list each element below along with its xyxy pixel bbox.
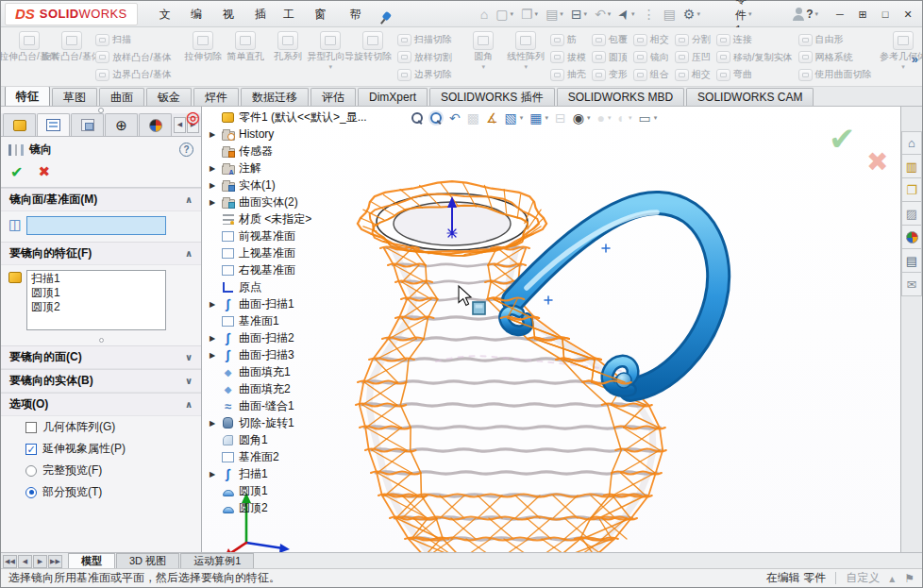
minimize-button[interactable]: ─ (830, 5, 850, 24)
section-header-faces[interactable]: 要镜向的面(C) ∨ (1, 345, 201, 369)
home-icon[interactable]: ⌂ (478, 6, 491, 23)
forum-icon[interactable]: ✉ (901, 273, 922, 296)
rebuild-icon[interactable]: ⋮ (640, 6, 659, 23)
menu-item[interactable]: 工具(T) (275, 4, 306, 25)
tab-SOLIDWORKS MBD[interactable]: SOLIDWORKS MBD (557, 88, 684, 106)
customize-label[interactable]: 自定义 (846, 570, 880, 586)
tab-scroll-left-icon[interactable]: ◀ (174, 117, 186, 133)
ribbon-small-button[interactable]: 放样凸台/基体 (95, 50, 172, 65)
expand-arrow-icon[interactable]: ▶ (208, 130, 217, 139)
tree-item[interactable]: 上视基准面 (208, 244, 367, 261)
dimxpertmanager-tab[interactable]: ⊕ (105, 113, 138, 136)
tab-scroll-prev[interactable]: ◀ (18, 555, 32, 568)
ribbon-small-button[interactable]: 边界切除 (397, 67, 452, 82)
menu-item[interactable]: 插入(I) (246, 4, 275, 25)
list-resize-grip[interactable] (1, 337, 201, 345)
checkbox-checked[interactable]: ✓ (25, 444, 37, 455)
ribbon-big-button[interactable]: 旋转凸台/基体 (51, 29, 92, 85)
menu-item[interactable]: 窗口(W) (306, 4, 341, 25)
maximize-button[interactable]: □ (875, 5, 896, 24)
hide-show-items-icon[interactable]: ⊟ (555, 110, 566, 126)
ribbon-small-button[interactable]: 扫描切除 (397, 32, 452, 47)
tab-scroll-first[interactable]: ◀◀ (3, 555, 17, 568)
ribbon-small-button[interactable]: 镜向 (633, 50, 669, 65)
section-header-mirror-face[interactable]: 镜向面/基准面(M) ∧ (1, 188, 201, 211)
tab-运动算例1[interactable]: 运动算例1 (180, 553, 254, 568)
restore-button[interactable]: ⊞ (852, 5, 873, 24)
panel-resize-grip[interactable] (1, 107, 201, 113)
tree-item[interactable]: 前视基准面 (208, 227, 367, 244)
feature-tree-root[interactable]: 零件1 (默认<<默认>_显... (208, 109, 367, 126)
ribbon-small-button[interactable]: 相交 (633, 32, 669, 47)
visibility-eye-icon[interactable]: ◉▾ (573, 110, 591, 126)
ribbon-small-button[interactable]: 放样切割 (397, 50, 452, 65)
section-header-options[interactable]: 选项(O) ∧ (1, 393, 201, 416)
expand-arrow-icon[interactable]: ▶ (208, 164, 217, 173)
tab-scroll-last[interactable]: ▶▶ (48, 555, 62, 568)
ribbon-small-button[interactable]: 使用曲面切除 (798, 67, 872, 82)
tree-item[interactable]: 基准面1 (208, 312, 367, 329)
resources-home-icon[interactable]: ⌂ (901, 131, 922, 155)
ribbon-big-button[interactable]: 简单直孔 (226, 29, 266, 85)
appearances-icon[interactable]: ●▾ (597, 110, 612, 126)
tree-item[interactable]: 曲面填充2 (208, 380, 367, 397)
tab-scroll-next[interactable]: ▶ (33, 555, 47, 568)
scene-icon[interactable]: ◐▾ (617, 110, 631, 126)
expand-arrow-icon[interactable]: ▶ (208, 300, 217, 309)
ribbon-small-button[interactable]: 压凹 (675, 50, 711, 65)
zoom-area-icon[interactable] (430, 112, 443, 125)
radio[interactable] (25, 465, 37, 477)
ribbon-small-button[interactable]: 筋 (550, 32, 586, 47)
tree-item[interactable]: 传感器 (208, 143, 367, 160)
menu-item[interactable]: 帮助(H) (342, 4, 375, 25)
tree-item[interactable]: ▶曲面-扫描3 (208, 346, 367, 363)
viewport-accept-icon[interactable]: ✔ (829, 120, 856, 158)
ribbon-big-button[interactable]: 孔系列 (268, 29, 309, 85)
tree-item[interactable]: 曲面填充1 (208, 363, 367, 380)
ribbon-small-button[interactable]: 组合 (633, 67, 669, 82)
tab-钣金[interactable]: 钣金 (146, 88, 192, 106)
tree-item[interactable]: 材质 <未指定> (208, 210, 367, 227)
new-file-icon[interactable]: ▢▾ (493, 6, 516, 23)
help-menu-button[interactable]: ?▾ (806, 8, 818, 21)
tab-SOLIDWORKS CAM[interactable]: SOLIDWORKS CAM (686, 88, 814, 106)
undo-icon[interactable]: ↶▾ (592, 6, 613, 23)
radio-row[interactable]: 部分预览(T) (1, 481, 201, 503)
tree-item[interactable]: 圆顶2 (208, 499, 367, 516)
checkbox-row[interactable]: 几何体阵列(G) (1, 416, 201, 438)
tab-DimXpert[interactable]: DimXpert (358, 88, 428, 106)
tree-item[interactable]: ▶实体(1) (208, 176, 367, 193)
graphics-viewport[interactable]: Z 零件1 (默认<<默认>_显...▶History传感器▶注解▶实体(1)▶… (202, 107, 900, 552)
tree-item[interactable]: 圆角1 (208, 431, 367, 448)
viewport-cancel-icon[interactable]: ✖ (866, 146, 888, 177)
pin-menu-icon[interactable] (376, 8, 385, 20)
display-style-icon[interactable]: ▦▾ (529, 110, 548, 126)
ribbon-small-button[interactable]: 圆顶 (592, 50, 628, 65)
ribbon-overflow-button[interactable]: » (912, 52, 918, 66)
checkbox-row[interactable]: ✓延伸视象属性(P) (1, 438, 201, 460)
ok-button[interactable]: ✔ (10, 163, 23, 181)
radio-selected[interactable] (25, 487, 37, 498)
radio-row[interactable]: 完整预览(F) (1, 460, 201, 481)
menu-item[interactable]: 编辑(E) (182, 4, 214, 25)
view-palette-icon[interactable]: ▨ (901, 202, 922, 226)
list-item[interactable]: 扫描1 (27, 272, 165, 286)
expand-arrow-icon[interactable]: ▶ (208, 334, 217, 343)
list-item[interactable]: 圆顶1 (27, 286, 165, 300)
tree-item[interactable]: ▶曲面实体(2) (208, 193, 367, 210)
ribbon-small-button[interactable]: 扫描 (95, 32, 172, 47)
ribbon-small-button[interactable]: 变形 (592, 67, 628, 82)
custom-properties-icon[interactable]: ▤ (901, 249, 922, 273)
file-explorer-icon[interactable]: ❐ (901, 178, 922, 202)
list-item[interactable]: 圆顶2 (27, 300, 165, 314)
tree-item[interactable]: 右视基准面 (208, 261, 367, 278)
expand-arrow-icon[interactable]: ▶ (208, 181, 217, 190)
tree-item[interactable]: ▶切除-旋转1 (208, 414, 367, 431)
expand-arrow-icon[interactable]: ▶ (208, 351, 217, 360)
print-icon[interactable]: ⊟▾ (568, 6, 590, 23)
user-account-icon[interactable] (791, 7, 793, 22)
design-library-icon[interactable]: ▥ (901, 155, 922, 178)
mirror-plane-input[interactable] (26, 216, 166, 235)
tree-item[interactable]: 曲面-缝合1 (208, 397, 367, 414)
tree-item[interactable]: ▶History (208, 126, 367, 143)
